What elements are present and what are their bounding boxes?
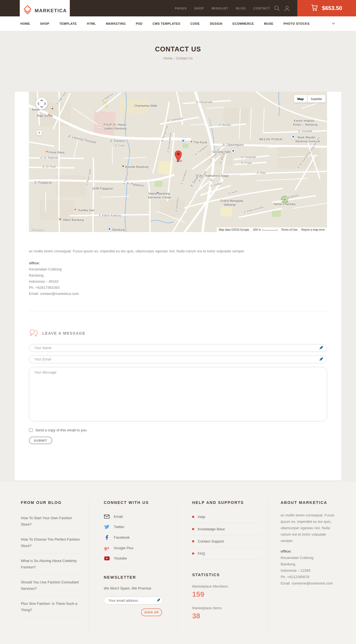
header-nav-item[interactable]: SHOP <box>194 7 204 10</box>
map-data-credit: Map data ©2015 Google <box>219 228 249 231</box>
header-nav-item[interactable]: BLOG <box>236 7 246 10</box>
help-link[interactable]: Contact Support <box>198 539 224 543</box>
square-bullet-icon <box>192 516 194 518</box>
facebook-icon <box>104 535 110 540</box>
content-card: AstonRaja SundaJl. Haji YasinJl. MakmurR… <box>15 92 341 480</box>
breadcrumb-home-link[interactable]: Home <box>163 56 172 60</box>
map-type-map-button[interactable]: Map <box>294 95 307 103</box>
map-scale-label: 200 m <box>253 228 261 231</box>
header-nav-item[interactable]: PAGES <box>175 7 187 10</box>
email-icon <box>104 514 110 519</box>
social-label: Youtube <box>114 556 127 560</box>
map-label: Jl. Banda <box>219 152 226 164</box>
restaurant-poi-icon <box>190 140 193 143</box>
map-label: Jl. Progo <box>241 161 252 164</box>
social-list-item[interactable]: g+Google Plus <box>104 543 172 553</box>
map-label: Jl. Bondol <box>219 123 231 126</box>
breadcrumb: Home›Contact Us <box>0 56 356 60</box>
map-label: Jl. Patra Komala <box>243 205 264 214</box>
google-logo[interactable]: Google <box>32 227 44 231</box>
footer-about-heading: ABOUT MARKETICA <box>281 500 335 505</box>
category-nav-item[interactable]: CMS TEMPLATES <box>153 22 181 25</box>
category-nav-item[interactable]: CODE <box>191 22 200 25</box>
email-input[interactable] <box>29 355 327 363</box>
send-copy-checkbox[interactable] <box>29 428 33 432</box>
leave-message-heading: LEAVE A MESSAGE <box>42 331 85 335</box>
social-list-item[interactable]: Youtube <box>104 553 172 563</box>
name-input[interactable] <box>29 344 327 352</box>
message-textarea[interactable] <box>29 367 327 421</box>
map-label: Taman Pramuka <box>273 202 295 206</box>
user-account-icon[interactable] <box>284 5 290 11</box>
header-nav-item[interactable]: CONTACT <box>253 7 270 10</box>
social-list-item[interactable]: Email <box>104 511 172 522</box>
category-nav-item[interactable]: SHOP <box>40 22 49 25</box>
social-list-item[interactable]: Facebook <box>104 532 172 543</box>
blog-link[interactable]: How To Choose The Perfect Fashion Store? <box>21 537 80 548</box>
category-nav-item[interactable]: PSD <box>136 22 142 25</box>
footer-office-lines: Kecamatan CoblongBandung.Indonesia – 123… <box>281 555 335 586</box>
statistics-heading: STATISTICS <box>192 573 262 577</box>
map-label: MESJID PUSDAI <box>259 138 283 141</box>
map-zoom-in-button[interactable]: + <box>37 131 41 135</box>
map-label: Jl. Makmur <box>101 92 114 102</box>
help-link[interactable]: FAQ <box>198 551 205 556</box>
header-nav: PAGESSHOPWISHLISTBLOGCONTACT <box>175 7 270 10</box>
train-poi-icon <box>108 227 111 231</box>
submit-button[interactable]: SUBMIT <box>29 437 52 444</box>
blog-list-item: Should You Use Fashion Consultant Servic… <box>21 575 83 596</box>
help-list-item[interactable]: Knowladge Base <box>192 523 262 535</box>
blog-link[interactable]: Should You Use Fashion Consultant Servic… <box>21 580 79 591</box>
help-list-item[interactable]: Help <box>192 511 262 523</box>
breadcrumb-separator: › <box>174 56 175 60</box>
help-link[interactable]: Knowladge Base <box>198 527 225 531</box>
terms-of-use-link[interactable]: Terms of Use <box>281 228 298 231</box>
hospital-poi-icon: H <box>210 178 213 182</box>
google-plus-icon: g+ <box>104 546 110 550</box>
header-nav-item[interactable]: WISHLIST <box>212 7 229 10</box>
map-attribution: Map data ©2015 Google 200 m Terms of Use… <box>217 227 327 232</box>
cart-icon <box>311 4 318 12</box>
help-list-item[interactable]: FAQ <box>192 548 262 560</box>
chevron-down-icon[interactable] <box>332 23 335 25</box>
map-type-satellite-button[interactable]: Satellite <box>307 95 325 103</box>
signup-button[interactable]: SIGN UP <box>141 608 162 616</box>
youtube-icon <box>104 556 110 560</box>
map-label: Jl. Haji Yasin <box>55 92 67 105</box>
map-label: Jl. Brig Jend Ka <box>308 136 320 155</box>
footer-about-column: ABOUT MARKETICA ec mollis lorem consequa… <box>268 500 341 631</box>
blog-link[interactable]: Plus Size Fashion: Is There Such a Thing… <box>21 601 77 612</box>
footer: FROM OUR BLOG How To Start Your Own Fash… <box>0 482 356 644</box>
category-nav-item[interactable]: MUSE <box>264 22 273 25</box>
google-map[interactable]: AstonRaja SundaJl. Haji YasinJl. MakmurR… <box>29 92 327 232</box>
search-icon[interactable] <box>274 5 280 11</box>
help-list-item[interactable]: Contact Support <box>192 535 262 548</box>
category-nav-item[interactable]: ECOMMERCE <box>233 22 254 25</box>
category-nav-item[interactable]: DESIGN <box>210 22 222 25</box>
office-line: Kecamatan Coblong <box>29 266 327 272</box>
map-label: Bandung <box>112 228 125 231</box>
map-marker-pin[interactable] <box>175 150 182 163</box>
category-nav-item[interactable]: TEMPLATE <box>60 22 77 25</box>
report-map-error-link[interactable]: Report a map error <box>301 228 325 231</box>
blog-link[interactable]: What is So Alluring About Celebrity Fash… <box>21 559 77 569</box>
map-label: Siliwangi <box>224 203 236 206</box>
blog-list: How To Start Your Own Fashion Store?How … <box>21 511 83 618</box>
hotel-poi-icon <box>121 164 125 168</box>
blog-list-item: How To Choose The Perfect Fashion Store? <box>21 532 83 553</box>
map-pan-control[interactable] <box>36 98 48 110</box>
category-nav-item[interactable]: MARKETING <box>106 22 126 25</box>
map-label: Jl. Layang Pasupati <box>67 134 97 144</box>
newsletter-email-input[interactable] <box>104 596 163 605</box>
cart-button[interactable]: $653.50 <box>297 0 356 16</box>
category-nav-item[interactable]: HOME <box>20 22 30 25</box>
category-nav-item[interactable]: PHOTO STOCKS <box>283 22 310 25</box>
page-header-band: CONTACT US Home›Contact Us <box>0 31 356 76</box>
logo[interactable]: MARKETICA <box>20 0 70 21</box>
footer-help-heading: HELP AND SUPPORTS <box>192 500 262 505</box>
site-header: MARKETICA PAGESSHOPWISHLISTBLOGCONTACT $… <box>0 0 356 16</box>
social-list-item[interactable]: Twitter <box>104 522 172 532</box>
help-link[interactable]: Help <box>198 515 205 519</box>
category-nav-item[interactable]: HTML <box>87 22 96 25</box>
blog-link[interactable]: How To Start Your Own Fashion Store? <box>21 516 72 526</box>
